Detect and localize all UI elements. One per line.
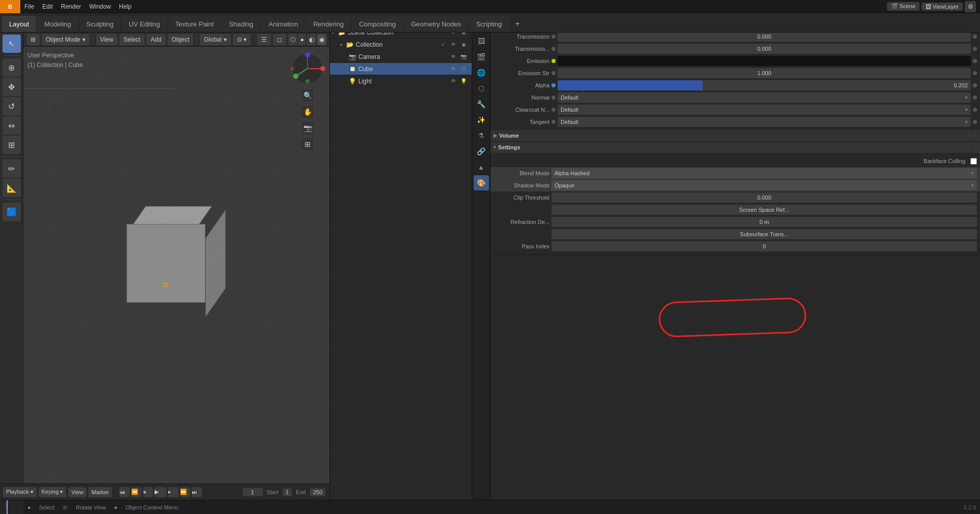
transmissio-value[interactable]: 0.000: [558, 44, 971, 54]
menu-file[interactable]: File: [20, 0, 38, 13]
global-local-btn[interactable]: Global ▾: [200, 34, 231, 45]
menu-help[interactable]: Help: [115, 0, 136, 13]
emission-str-dot[interactable]: [552, 71, 556, 75]
object-menu-btn[interactable]: Object: [168, 34, 194, 45]
add-cube-btn[interactable]: 🟦: [3, 203, 21, 221]
emission-str-dot-right[interactable]: [973, 71, 977, 75]
blend-mode-dropdown[interactable]: Alpha Hashed ▾: [552, 168, 977, 178]
transmissio-dot[interactable]: [552, 47, 556, 51]
marker-menu-btn[interactable]: Marker: [88, 487, 112, 497]
props-world-icon[interactable]: 🌐: [474, 65, 489, 80]
zoom-in-btn[interactable]: 🔍: [300, 88, 315, 103]
view-layer-selector[interactable]: 🖼 ViewLayer: [922, 3, 963, 11]
annotate-tool-btn[interactable]: ✏: [3, 159, 21, 178]
shadow-mode-dropdown[interactable]: Opaque ▾: [552, 180, 977, 190]
cursor-tool-btn[interactable]: ⊕: [3, 58, 21, 77]
pass-index-value[interactable]: 0: [552, 241, 977, 251]
tab-texture-paint[interactable]: Texture Paint: [168, 16, 221, 32]
emission-color-swatch[interactable]: [558, 56, 971, 66]
view-menu-timeline-btn[interactable]: View: [68, 487, 86, 497]
rotate-tool-btn[interactable]: ↺: [3, 97, 21, 115]
outliner-item-camera[interactable]: 📷 Camera 👁 📷: [330, 51, 472, 63]
global-settings-btn[interactable]: ⚙: [965, 1, 976, 12]
light-emit-btn[interactable]: 💡: [460, 77, 468, 85]
emission-dot[interactable]: [552, 59, 556, 63]
outliner-item-light[interactable]: 💡 Light 👁 💡: [330, 75, 472, 87]
camera-render-btn[interactable]: 📷: [460, 53, 468, 61]
zoom-out-btn[interactable]: ✋: [300, 105, 315, 119]
props-data-icon[interactable]: ▲: [474, 159, 489, 175]
emission-dot-right[interactable]: [973, 59, 977, 63]
normal-dropdown[interactable]: Default ▾: [558, 92, 971, 103]
transmissio-dot-right[interactable]: [973, 47, 977, 51]
jump-end-btn[interactable]: ⏭: [192, 487, 202, 497]
screen-space-refraction-btn[interactable]: Screen Space Ref...: [552, 205, 977, 215]
scale-tool-btn[interactable]: ⇔: [3, 116, 21, 135]
tab-geometry-nodes[interactable]: Geometry Nodes: [404, 16, 468, 32]
clearcoat-dot-right[interactable]: [973, 108, 977, 112]
outliner-item-cube[interactable]: 🔲 Cube 👁 ⊡: [330, 63, 472, 75]
tab-sculpting[interactable]: Sculpting: [79, 16, 120, 32]
ortho-grid-btn[interactable]: ⊞: [300, 137, 315, 151]
cube-vis-btn[interactable]: 👁: [449, 65, 457, 73]
rendered-btn[interactable]: ◉: [317, 34, 326, 45]
tangent-dot[interactable]: [552, 120, 556, 124]
playback-menu-btn[interactable]: Playback ▾: [3, 487, 37, 497]
tab-layout[interactable]: Layout: [2, 16, 36, 32]
collection-vis-btn[interactable]: 👁: [449, 41, 457, 49]
current-frame-display[interactable]: 1: [242, 488, 263, 496]
normal-dot[interactable]: [552, 95, 556, 100]
tab-animation[interactable]: Animation: [261, 16, 305, 32]
props-scene-icon[interactable]: 🎬: [474, 49, 489, 65]
transform-pivot-btn[interactable]: ⊙ ▾: [233, 34, 251, 45]
tab-compositing[interactable]: Compositing: [352, 16, 403, 32]
emission-str-value[interactable]: 1.000: [558, 68, 971, 78]
menu-window[interactable]: Window: [85, 0, 115, 13]
props-constraints-icon[interactable]: 🔗: [474, 144, 489, 159]
tab-scripting[interactable]: Scripting: [469, 16, 509, 32]
solid-btn[interactable]: ●: [298, 34, 306, 45]
editor-type-btn[interactable]: ⊞: [26, 34, 40, 45]
alpha-value[interactable]: 0.202: [558, 80, 971, 90]
end-frame-input[interactable]: 250: [310, 488, 325, 496]
props-object-icon[interactable]: ⬡: [474, 81, 489, 96]
blender-logo[interactable]: B: [0, 0, 20, 13]
wireframe-btn[interactable]: ⬡: [288, 34, 297, 45]
overlay-btn[interactable]: ☰: [257, 34, 271, 45]
move-tool-btn[interactable]: ✥: [3, 78, 21, 96]
backface-checkbox[interactable]: [970, 158, 977, 165]
tangent-dropdown[interactable]: Default ▾: [558, 117, 971, 127]
props-physics-icon[interactable]: ⚗: [474, 128, 489, 143]
select-tool-btn[interactable]: ↖: [3, 35, 21, 53]
props-particles-icon[interactable]: ✨: [474, 112, 489, 127]
menu-render[interactable]: Render: [57, 0, 85, 13]
clearcoat-dropdown[interactable]: Default ▾: [558, 105, 971, 115]
collection-check-btn[interactable]: ✓: [439, 41, 447, 49]
prev-keyframe-btn[interactable]: ◂: [143, 487, 153, 497]
measure-tool-btn[interactable]: 📐: [3, 179, 21, 197]
view-menu-btn[interactable]: View: [96, 34, 117, 45]
clearcoat-dot[interactable]: [552, 108, 556, 112]
tangent-dot-right[interactable]: [973, 120, 977, 124]
tab-rendering[interactable]: Rendering: [306, 16, 351, 32]
tab-shading[interactable]: Shading: [222, 16, 261, 32]
next-frame-btn[interactable]: ⏩: [180, 487, 190, 497]
keying-menu-btn[interactable]: Keying ▾: [39, 487, 67, 497]
camera-view-btn[interactable]: 📷: [300, 121, 315, 135]
light-vis-btn[interactable]: 👁: [449, 77, 457, 85]
refraction-depth-value[interactable]: 0 m: [552, 217, 977, 227]
scene-selector[interactable]: 🎬 Scene: [887, 2, 920, 11]
next-keyframe-btn[interactable]: ▸: [168, 487, 178, 497]
props-volume-header[interactable]: ▶ Volume ⋮⋮: [491, 130, 980, 141]
props-view-layer-icon[interactable]: 🖼: [474, 34, 489, 49]
props-settings-header[interactable]: ▾ Settings ⋮⋮: [491, 142, 980, 153]
transform-tool-btn[interactable]: ⊞: [3, 136, 21, 154]
transmission-value[interactable]: 0.000: [558, 31, 971, 42]
alpha-dot-right[interactable]: [973, 83, 977, 87]
tab-uv-editing[interactable]: UV Editing: [121, 16, 167, 32]
clip-threshold-value[interactable]: 0.000: [552, 192, 977, 203]
material-preview-btn[interactable]: ◐: [307, 34, 316, 45]
tab-modeling[interactable]: Modeling: [37, 16, 78, 32]
alpha-dot[interactable]: [552, 83, 556, 87]
3d-viewport[interactable]: User Perspective (1) Collection | Cube X…: [23, 47, 329, 484]
